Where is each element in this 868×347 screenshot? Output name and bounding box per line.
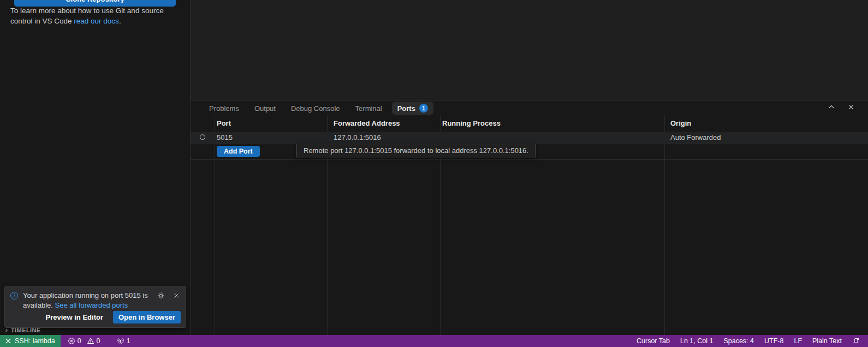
panel-actions (827, 102, 856, 112)
status-bar: SSH: lambda 0 0 (0, 335, 868, 347)
notification-message: Your application running on port 5015 is… (23, 291, 153, 310)
source-control-sidebar: Clone Repository To learn more about how… (0, 0, 191, 335)
maximize-panel-button[interactable] (827, 102, 836, 112)
ports-count-badge: 1 (419, 104, 428, 113)
notification-settings-button[interactable] (157, 291, 165, 299)
status-right-items: Cursor Tab Ln 1, Col 1 Spaces: 4 UTF-8 L… (634, 337, 868, 345)
table-row[interactable] (191, 132, 868, 144)
forwarded-address-link[interactable]: 127.0.0.1:5016 (334, 133, 381, 142)
origin-cell: Auto Forwarded (670, 133, 721, 142)
radio-tower-icon (117, 337, 124, 345)
column-header-port: Port (217, 119, 231, 127)
see-all-forwarded-ports-link[interactable]: See all forwarded ports (55, 301, 128, 309)
problems-indicator[interactable]: 0 0 (65, 337, 103, 345)
grid-line (215, 115, 215, 335)
vscode-window: Clone Repository To learn more about how… (0, 0, 868, 347)
notification-message-row: i Your application running on port 5015 … (10, 291, 181, 310)
warning-count: 0 (97, 337, 100, 345)
cursor-position-indicator[interactable]: Ln 1, Col 1 (677, 337, 716, 345)
chevron-up-icon (828, 103, 835, 111)
close-icon (173, 292, 180, 299)
port-cell[interactable]: 5015 (217, 133, 233, 142)
close-icon (847, 103, 855, 111)
notification-toolbar (157, 291, 180, 299)
add-port-button[interactable]: Add Port (217, 146, 260, 157)
gear-icon (157, 292, 165, 299)
bell-icon (852, 337, 860, 345)
port-status-circle-icon (200, 134, 205, 140)
tab-ports-label: Ports (397, 104, 415, 113)
forwarded-ports-indicator[interactable]: 1 (114, 337, 133, 345)
remote-indicator[interactable]: SSH: lambda (0, 335, 61, 347)
notifications-bell-button[interactable] (849, 337, 863, 345)
close-panel-button[interactable] (846, 102, 856, 112)
cursor-tab-indicator[interactable]: Cursor Tab (634, 337, 673, 345)
preview-in-editor-button[interactable]: Preview in Editor (42, 311, 106, 323)
notification-close-button[interactable] (172, 291, 180, 299)
tab-terminal[interactable]: Terminal (350, 102, 388, 115)
tab-debug-console[interactable]: Debug Console (286, 102, 346, 115)
remote-label: SSH: lambda (15, 337, 55, 345)
notification-buttons: Preview in Editor Open in Browser (42, 311, 181, 324)
ports-table-header: Port Forwarded Address Running Process O… (191, 115, 868, 132)
column-header-origin: Origin (670, 119, 691, 127)
forwarded-port-tooltip: Remote port 127.0.0.1:5015 forwarded to … (296, 144, 536, 157)
tab-problems[interactable]: Problems (204, 102, 245, 115)
panel-tab-bar: Problems Output Debug Console Terminal P… (191, 101, 868, 116)
encoding-indicator[interactable]: UTF-8 (762, 337, 786, 345)
eol-indicator[interactable]: LF (791, 337, 805, 345)
language-mode-indicator[interactable]: Plain Text (810, 337, 845, 345)
error-count: 0 (78, 337, 81, 345)
column-header-running-process: Running Process (442, 119, 501, 127)
info-icon: i (10, 292, 18, 299)
read-our-docs-link[interactable]: read our docs (74, 17, 119, 25)
open-in-browser-button[interactable]: Open in Browser (113, 311, 181, 324)
remote-icon (4, 337, 12, 345)
grid-line (191, 159, 868, 160)
bottom-panel: Problems Output Debug Console Terminal P… (191, 100, 868, 335)
indentation-indicator[interactable]: Spaces: 4 (721, 337, 757, 345)
git-docs-paragraph: To learn more about how to use Git and s… (10, 6, 177, 26)
tab-ports[interactable]: Ports 1 (392, 102, 433, 115)
status-left-items: 0 0 (65, 337, 133, 345)
error-icon (68, 337, 75, 345)
warning-icon (87, 337, 94, 345)
column-header-forwarded-address: Forwarded Address (334, 119, 400, 127)
forwarded-ports-count: 1 (127, 337, 130, 345)
tab-output[interactable]: Output (249, 102, 281, 115)
grid-line (664, 115, 665, 335)
git-docs-period: . (119, 17, 121, 25)
port-notification-toast: i Your application running on port 5015 … (4, 286, 186, 328)
